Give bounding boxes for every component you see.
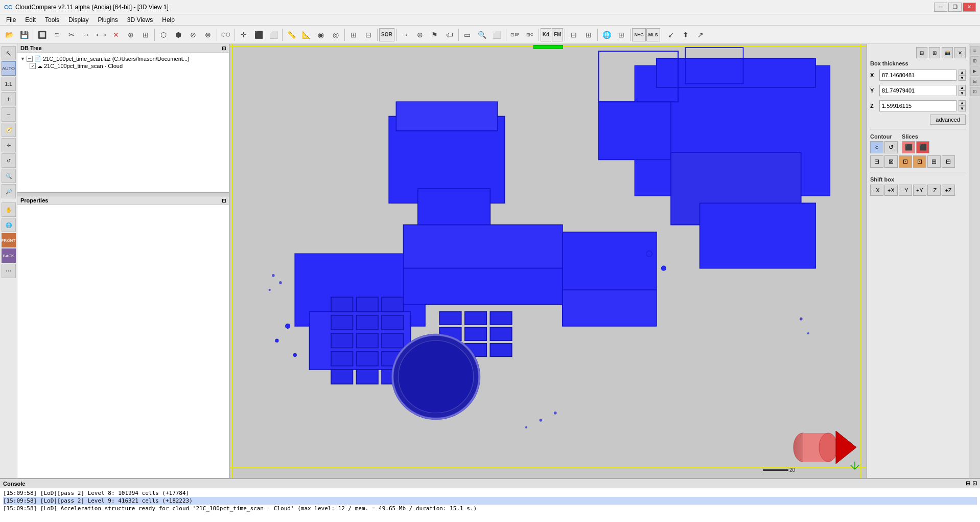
side-zoom3[interactable]: 🔎 bbox=[2, 184, 16, 198]
menu-edit[interactable]: Edit bbox=[21, 15, 40, 25]
menu-display[interactable]: Display bbox=[64, 15, 92, 25]
tb-misc3[interactable]: ↗ bbox=[693, 28, 708, 42]
tb-globe[interactable]: 🌐 bbox=[599, 28, 614, 42]
tb-filter1[interactable]: ⬡ bbox=[156, 28, 171, 42]
spin-x-up[interactable]: ▲ bbox=[959, 70, 966, 75]
tb-ruler[interactable]: 📏 bbox=[284, 28, 298, 42]
tb-canopoc[interactable]: ⊞C bbox=[523, 28, 537, 42]
box-btn-1[interactable]: ⊟ bbox=[870, 155, 883, 168]
box-btn-3[interactable]: ⊡ bbox=[899, 155, 912, 168]
side-pan[interactable]: ✋ bbox=[2, 202, 16, 217]
view-3d[interactable]: 20 bbox=[229, 44, 867, 478]
fr-btn-5[interactable]: ⊡ bbox=[970, 87, 979, 96]
tb-angle[interactable]: 📐 bbox=[299, 28, 313, 42]
side-globe2[interactable]: 🌐 bbox=[2, 218, 16, 232]
box-btn-2[interactable]: ⊠ bbox=[884, 155, 898, 168]
tb-cc[interactable]: ⬡⬡ bbox=[219, 28, 233, 42]
contour-btn-line[interactable]: ↺ bbox=[884, 141, 898, 153]
tb-properties[interactable]: 🔲 bbox=[35, 28, 49, 42]
tb-center[interactable]: ⊕ bbox=[413, 28, 427, 42]
shift-plus-y[interactable]: +Y bbox=[913, 185, 926, 196]
shift-plus-z[interactable]: +Z bbox=[942, 185, 955, 196]
tb-pt2[interactable]: ◎ bbox=[329, 28, 343, 42]
menu-file[interactable]: File bbox=[2, 15, 20, 25]
side-minus[interactable]: − bbox=[2, 107, 16, 122]
tb-rect2[interactable]: ⬜ bbox=[490, 28, 504, 42]
spin-z-up[interactable]: ▲ bbox=[959, 100, 966, 106]
tb-seg2[interactable]: ⊛ bbox=[201, 28, 215, 42]
slices-btn-1[interactable]: ⬛ bbox=[902, 141, 915, 153]
rp-icon-capture[interactable]: 📸 bbox=[942, 47, 953, 58]
slices-btn-2[interactable]: ⬛ bbox=[916, 141, 929, 153]
side-cursor[interactable]: ↖ bbox=[2, 46, 16, 60]
tb-mirror[interactable]: ⟷ bbox=[94, 28, 108, 42]
coord-input-y[interactable] bbox=[879, 85, 956, 96]
close-button[interactable]: ✕ bbox=[963, 3, 976, 12]
tb-misc2[interactable]: ⬆ bbox=[679, 28, 693, 42]
rp-icon-rect[interactable]: ⊟ bbox=[916, 47, 927, 58]
side-front[interactable]: FRONT bbox=[2, 233, 16, 247]
console-detach[interactable]: ⊟ bbox=[966, 480, 970, 487]
tree-checkbox-file[interactable]: ─ bbox=[27, 56, 33, 62]
minimize-button[interactable]: ─ bbox=[934, 3, 947, 12]
tb-transform[interactable]: ↔ bbox=[79, 28, 94, 42]
tree-item-file[interactable]: ▼ ─ 📄 21C_100pct_time_scan.laz (C:/Users… bbox=[19, 55, 227, 62]
spin-x-down[interactable]: ▼ bbox=[959, 75, 966, 81]
tb-zoom[interactable]: 🔍 bbox=[475, 28, 489, 42]
tb-db[interactable]: ≡ bbox=[50, 28, 64, 42]
coord-input-z[interactable] bbox=[879, 100, 956, 111]
tb-scale[interactable]: ⬛ bbox=[251, 28, 266, 42]
tb-grid[interactable]: ⊞ bbox=[614, 28, 628, 42]
tb-view2[interactable]: ⊟ bbox=[361, 28, 376, 42]
panel-divider[interactable] bbox=[17, 192, 229, 196]
tb-canopof[interactable]: ⊡SF bbox=[508, 28, 522, 42]
tb-seg1[interactable]: ⊘ bbox=[186, 28, 200, 42]
spin-z-down[interactable]: ▼ bbox=[959, 106, 966, 111]
side-11[interactable]: 1:1 bbox=[2, 77, 16, 91]
rp-icon-close[interactable]: ✕ bbox=[954, 47, 966, 58]
fr-btn-2[interactable]: ⊞ bbox=[970, 56, 979, 65]
tb-sample[interactable]: ⊞ bbox=[138, 28, 153, 42]
tb-open[interactable]: 📂 bbox=[2, 28, 16, 42]
tb-edit1[interactable]: ✂ bbox=[64, 28, 79, 42]
side-rotate[interactable]: ↺ bbox=[2, 153, 16, 168]
spin-y-down[interactable]: ▼ bbox=[959, 90, 966, 96]
tb-arrow[interactable]: → bbox=[398, 28, 412, 42]
properties-maximize[interactable]: ⊡ bbox=[222, 198, 226, 203]
advanced-button[interactable]: advanced bbox=[930, 115, 966, 125]
menu-help[interactable]: Help bbox=[158, 15, 179, 25]
tb-flag[interactable]: ⚑ bbox=[428, 28, 442, 42]
fr-btn-4[interactable]: ⊟ bbox=[970, 77, 979, 86]
tree-item-cloud[interactable]: ✓ ☁ 21C_100pct_time_scan - Cloud bbox=[19, 62, 227, 70]
restore-button[interactable]: ❐ bbox=[948, 3, 962, 12]
tb-misc1[interactable]: ↙ bbox=[664, 28, 678, 42]
menu-tools[interactable]: Tools bbox=[41, 15, 63, 25]
contour-btn-circle[interactable]: ○ bbox=[870, 141, 883, 153]
tb-rect[interactable]: ▭ bbox=[460, 28, 475, 42]
side-nav[interactable]: 🧭 bbox=[2, 123, 16, 137]
tb-cross[interactable]: ✛ bbox=[237, 28, 251, 42]
tb-merge[interactable]: ⊕ bbox=[124, 28, 138, 42]
tb-view1[interactable]: ⊞ bbox=[346, 28, 361, 42]
tb-screen1[interactable]: ⊟ bbox=[567, 28, 581, 42]
side-auto[interactable]: AUTO bbox=[2, 61, 16, 76]
side-plus[interactable]: + bbox=[2, 92, 16, 106]
shift-plus-x[interactable]: +X bbox=[884, 185, 898, 196]
coord-input-x[interactable] bbox=[879, 70, 956, 81]
tb-label[interactable]: ⬜ bbox=[266, 28, 281, 42]
box-btn-4[interactable]: ⊡ bbox=[913, 155, 926, 168]
rp-icon-grid[interactable]: ⊞ bbox=[929, 47, 940, 58]
shift-minus-x[interactable]: -X bbox=[870, 185, 883, 196]
side-zoom2[interactable]: 🔍 bbox=[2, 169, 16, 183]
fr-btn-1[interactable]: ≡ bbox=[970, 46, 979, 55]
fr-btn-3[interactable]: ▶ bbox=[970, 66, 979, 76]
shift-minus-y[interactable]: -Y bbox=[899, 185, 912, 196]
side-dots[interactable]: ⋯ bbox=[2, 264, 16, 278]
console-maximize[interactable]: ⊡ bbox=[972, 480, 977, 487]
tb-tag[interactable]: 🏷 bbox=[442, 28, 457, 42]
side-move[interactable]: ✛ bbox=[2, 138, 16, 152]
tb-delete[interactable]: ✕ bbox=[109, 28, 123, 42]
tb-screen2[interactable]: ⊞ bbox=[581, 28, 596, 42]
box-btn-6[interactable]: ⊟ bbox=[942, 155, 955, 168]
tree-checkbox-cloud[interactable]: ✓ bbox=[30, 63, 36, 69]
